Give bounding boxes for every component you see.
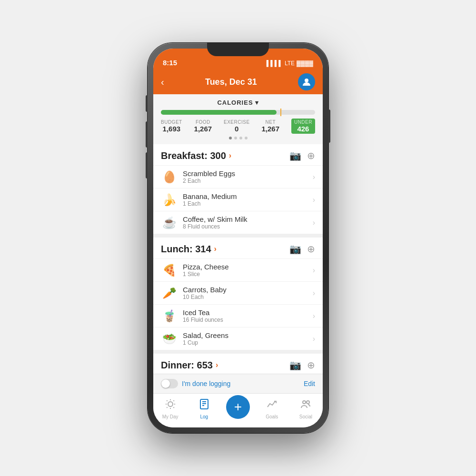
calories-section: CALORIES ▾ BUDGET 1,693 FOOD 1,267 (153, 94, 323, 144)
toggle-knob (161, 379, 170, 388)
tab-my-day[interactable]: My Day (153, 398, 187, 419)
scrambled-eggs-info: Scrambled Eggs 2 Each (178, 169, 313, 184)
dot-4 (245, 137, 248, 139)
tab-goals[interactable]: Goals (255, 398, 289, 419)
calories-progress-bar (161, 110, 315, 115)
notch (207, 43, 269, 56)
list-item[interactable]: 🥚 Scrambled Eggs 2 Each › (153, 165, 323, 188)
done-logging-switch[interactable] (161, 379, 178, 388)
prev-date-button[interactable]: ‹ (161, 77, 164, 88)
pizza-info: Pizza, Cheese 1 Slice (178, 263, 313, 278)
pizza-name: Pizza, Cheese (183, 263, 308, 271)
iced-tea-qty: 16 Fluid ounces (183, 317, 308, 323)
budget-label: BUDGET (161, 119, 182, 125)
lunch-arrow-icon: › (214, 245, 217, 253)
app-header: ‹ Tues, Dec 31 (153, 69, 323, 94)
list-item[interactable]: 🍕 Pizza, Cheese 1 Slice › (153, 258, 323, 281)
add-food-button[interactable]: + (226, 395, 250, 419)
dinner-arrow-icon: › (216, 361, 218, 369)
net-label: NET (261, 119, 279, 125)
lunch-camera-button[interactable]: 📷 (289, 243, 301, 255)
coffee-icon: ☕ (161, 216, 178, 229)
breakfast-actions: 📷 ⊕ (289, 150, 315, 161)
carrots-name: Carrots, Baby (183, 286, 308, 294)
carrots-chevron-icon: › (313, 289, 315, 298)
lunch-title[interactable]: Lunch: 314 › (161, 244, 217, 255)
breakfast-arrow-icon: › (229, 151, 231, 160)
stat-net: NET 1,267 (261, 119, 279, 133)
budget-value: 1,693 (161, 125, 182, 133)
carrots-icon: 🥕 (161, 287, 178, 300)
iced-tea-info: Iced Tea 16 Fluid ounces (178, 308, 313, 323)
net-value: 1,267 (261, 125, 279, 133)
dinner-title[interactable]: Dinner: 653 › (161, 360, 218, 371)
dot-3 (239, 137, 242, 139)
progress-bar-marker (280, 109, 281, 116)
breakfast-header: Breakfast: 300 › 📷 ⊕ (153, 144, 323, 165)
goals-icon (266, 398, 278, 413)
dinner-camera-button[interactable]: 📷 (289, 359, 301, 371)
lunch-header: Lunch: 314 › 📷 ⊕ (153, 238, 323, 258)
svg-line-8 (167, 407, 167, 407)
svg-line-7 (173, 407, 174, 407)
breakfast-add-button[interactable]: ⊕ (307, 150, 315, 161)
tab-bar: My Day Log + (153, 393, 323, 427)
coffee-name: Coffee, w/ Skim Milk (183, 215, 308, 223)
calories-title[interactable]: CALORIES ▾ (161, 99, 315, 106)
banana-name: Banana, Medium (183, 192, 308, 200)
svg-point-1 (168, 402, 173, 407)
done-logging-label: I'm done logging (182, 380, 230, 387)
breakfast-camera-button[interactable]: 📷 (289, 150, 301, 161)
carrots-info: Carrots, Baby 10 Each (178, 286, 313, 300)
under-label: UNDER (294, 119, 312, 125)
svg-point-15 (307, 401, 309, 404)
list-item[interactable]: 🥗 Salad, Greens 1 Cup › (153, 327, 323, 350)
list-item[interactable]: 🍌 Banana, Medium 1 Each › (153, 188, 323, 211)
svg-point-0 (305, 79, 308, 82)
battery-icon: ▓▓▓▓ (297, 60, 313, 67)
edit-button[interactable]: Edit (304, 380, 315, 387)
calories-stats: BUDGET 1,693 FOOD 1,267 EXERCISE 0 NET 1… (161, 119, 315, 134)
status-time: 8:15 (163, 59, 177, 67)
salad-qty: 1 Cup (183, 339, 308, 346)
scrambled-eggs-chevron-icon: › (313, 173, 315, 181)
avatar[interactable] (298, 73, 315, 90)
done-logging-toggle[interactable]: I'm done logging (161, 379, 230, 388)
tab-social[interactable]: Social (289, 398, 323, 419)
my-day-icon (165, 398, 176, 413)
list-item[interactable]: 🧋 Iced Tea 16 Fluid ounces › (153, 304, 323, 327)
phone-screen: 8:15 ▌▌▌▌ LTE ▓▓▓▓ ‹ Tues, Dec 31 (153, 49, 323, 427)
my-day-label: My Day (162, 414, 178, 419)
tab-log[interactable]: Log (187, 398, 221, 419)
list-item[interactable]: ☕ Coffee, w/ Skim Milk 8 Fluid ounces › (153, 211, 323, 234)
carrots-qty: 10 Each (183, 294, 308, 300)
done-logging-bar: I'm done logging Edit (153, 374, 323, 393)
lunch-add-button[interactable]: ⊕ (307, 243, 315, 255)
list-item[interactable]: 🥕 Carrots, Baby 10 Each › (153, 281, 323, 304)
banana-icon: 🍌 (161, 193, 178, 207)
network-type: LTE (285, 60, 295, 67)
under-value: 426 (294, 125, 312, 133)
stat-exercise: EXERCISE 0 (224, 119, 250, 133)
phone-shell: 8:15 ▌▌▌▌ LTE ▓▓▓▓ ‹ Tues, Dec 31 (148, 43, 328, 433)
pizza-chevron-icon: › (313, 266, 315, 275)
food-value: 1,267 (194, 125, 212, 133)
banana-info: Banana, Medium 1 Each (178, 192, 313, 207)
pizza-qty: 1 Slice (183, 271, 308, 278)
social-label: Social (299, 414, 312, 419)
dinner-add-button[interactable]: ⊕ (307, 359, 315, 371)
lunch-actions: 📷 ⊕ (289, 243, 315, 255)
stat-under: UNDER 426 (291, 119, 315, 134)
iced-tea-chevron-icon: › (313, 312, 315, 320)
progress-bar-fill (161, 110, 277, 115)
calories-dropdown-icon: ▾ (255, 99, 259, 106)
section-divider (153, 234, 323, 238)
tab-add[interactable]: + (221, 395, 255, 423)
coffee-chevron-icon: › (313, 218, 315, 227)
food-log-content[interactable]: Breakfast: 300 › 📷 ⊕ 🥚 Scrambled Eggs 2 … (153, 144, 323, 374)
pizza-icon: 🍕 (161, 264, 178, 277)
log-icon (198, 398, 210, 413)
salad-icon: 🥗 (161, 332, 178, 346)
breakfast-title[interactable]: Breakfast: 300 › (161, 150, 231, 161)
volume-up-button (146, 121, 148, 148)
